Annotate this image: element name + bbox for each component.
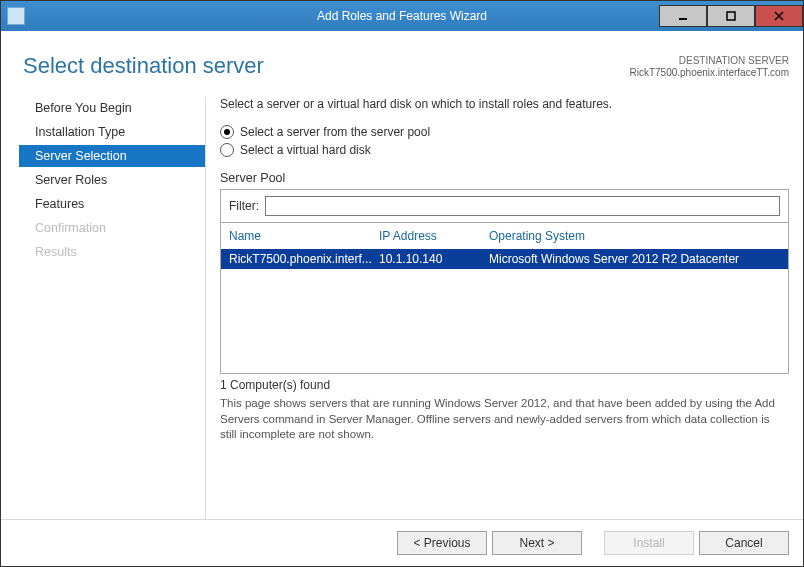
filter-label: Filter: — [229, 199, 259, 213]
sidebar-item-before-you-begin[interactable]: Before You Begin — [23, 97, 205, 119]
destination-value: RickT7500.phoenix.interfaceTT.com — [629, 67, 789, 79]
server-row[interactable]: RickT7500.phoenix.interf... 10.1.10.140 … — [221, 249, 788, 269]
radio-virtual-hard-disk[interactable]: Select a virtual hard disk — [220, 143, 789, 157]
header-row: Select destination server DESTINATION SE… — [23, 53, 789, 79]
instruction-text: Select a server or a virtual hard disk o… — [220, 97, 789, 111]
window-controls — [659, 6, 803, 27]
radio-vhd-label: Select a virtual hard disk — [240, 143, 371, 157]
page-description: This page shows servers that are running… — [220, 396, 789, 443]
wizard-body: Select destination server DESTINATION SE… — [1, 31, 803, 519]
wizard-sidebar: Before You Begin Installation Type Serve… — [23, 97, 205, 519]
grid-header: Name IP Address Operating System — [221, 223, 788, 249]
filter-input[interactable] — [265, 196, 780, 216]
column-name[interactable]: Name — [229, 229, 379, 243]
radio-icon — [220, 143, 234, 157]
server-grid: Name IP Address Operating System RickT75… — [220, 223, 789, 374]
wizard-window: Add Roles and Features Wizard Select des… — [0, 0, 804, 567]
radio-server-pool-label: Select a server from the server pool — [240, 125, 430, 139]
main-panel: Select a server or a virtual hard disk o… — [205, 97, 789, 519]
install-button: Install — [604, 531, 694, 555]
next-button[interactable]: Next > — [492, 531, 582, 555]
server-ip-cell: 10.1.10.140 — [379, 252, 489, 266]
maximize-button[interactable] — [707, 5, 755, 27]
sidebar-item-results: Results — [23, 241, 205, 263]
filter-box: Filter: — [220, 189, 789, 223]
column-os[interactable]: Operating System — [489, 229, 780, 243]
computers-found-text: 1 Computer(s) found — [220, 378, 789, 392]
column-ip[interactable]: IP Address — [379, 229, 489, 243]
app-icon — [7, 7, 25, 25]
sidebar-item-features[interactable]: Features — [23, 193, 205, 215]
radio-icon — [220, 125, 234, 139]
wizard-footer: < Previous Next > Install Cancel — [1, 519, 803, 566]
server-name-cell: RickT7500.phoenix.interf... — [229, 252, 379, 266]
sidebar-item-server-roles[interactable]: Server Roles — [23, 169, 205, 191]
svg-rect-1 — [727, 12, 735, 20]
server-os-cell: Microsoft Windows Server 2012 R2 Datacen… — [489, 252, 780, 266]
sidebar-item-installation-type[interactable]: Installation Type — [23, 121, 205, 143]
radio-server-pool[interactable]: Select a server from the server pool — [220, 125, 789, 139]
page-title: Select destination server — [23, 53, 264, 79]
sidebar-item-server-selection[interactable]: Server Selection — [19, 145, 205, 167]
destination-info: DESTINATION SERVER RickT7500.phoenix.int… — [629, 55, 789, 79]
previous-button[interactable]: < Previous — [397, 531, 487, 555]
title-bar: Add Roles and Features Wizard — [1, 1, 803, 31]
destination-label: DESTINATION SERVER — [629, 55, 789, 67]
cancel-button[interactable]: Cancel — [699, 531, 789, 555]
minimize-button[interactable] — [659, 5, 707, 27]
server-pool-label: Server Pool — [220, 171, 789, 185]
content-row: Before You Begin Installation Type Serve… — [23, 97, 789, 519]
sidebar-item-confirmation: Confirmation — [23, 217, 205, 239]
close-button[interactable] — [755, 5, 803, 27]
